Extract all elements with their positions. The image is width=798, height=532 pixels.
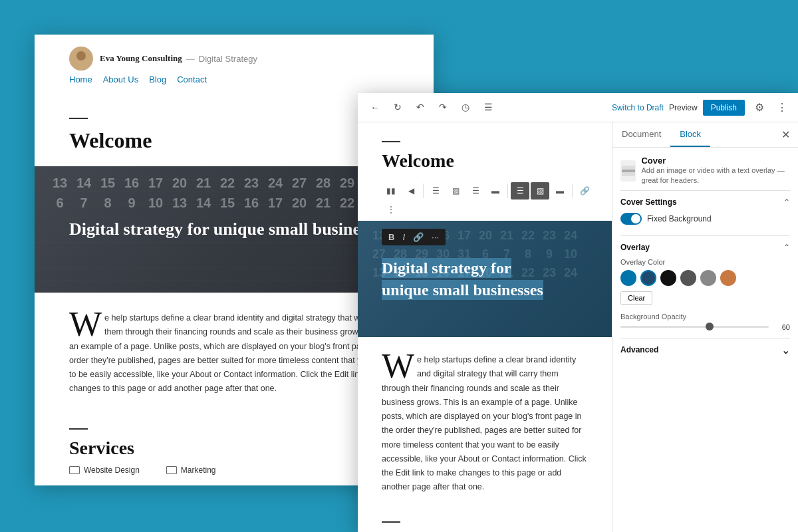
opacity-value: 60 (774, 323, 790, 331)
toolbar-outdent[interactable]: ▬ (551, 182, 569, 200)
nav-contact[interactable]: Contact (177, 74, 207, 84)
more-options-icon[interactable]: ⋮ (774, 98, 790, 117)
nav-home[interactable]: Home (69, 74, 92, 84)
overlay-title: Overlay (620, 243, 650, 252)
opacity-knob[interactable] (706, 323, 714, 331)
cover-block-title: Cover (641, 156, 790, 166)
services-title: Services (69, 438, 399, 459)
toolbar-center-active[interactable]: ▨ (531, 182, 549, 200)
advanced-label: Advanced (620, 345, 658, 354)
publish-button[interactable]: Publish (703, 100, 745, 116)
editor-hero-text[interactable]: Digital strategy for unique small busine… (358, 244, 567, 314)
swatch-light-gray[interactable] (700, 270, 716, 286)
cover-settings-section: Cover Settings ⌃ Fixed Background (620, 190, 790, 235)
editor-body: Welcome ▮▮ ◀ ☰ ▨ ☰ ▬ ☰ ▨ ▬ 🔗 ⋮ (358, 122, 798, 532)
content-block-toolbar: ▮▮ ◀ ☰ ▨ ☰ ▬ ☰ ▨ ▬ 🔗 ⋮ (382, 182, 612, 218)
fixed-background-toggle-row: Fixed Background (620, 213, 790, 225)
fixed-background-toggle[interactable] (620, 213, 642, 225)
site-header: Eva Young Consulting — Digital Strategy … (35, 35, 434, 96)
editor-hero-heading: Digital strategy for unique small busine… (382, 257, 543, 301)
swatch-black[interactable] (660, 270, 676, 286)
service-item-marketing: Marketing (166, 466, 216, 475)
panel-tabs: Document Block ✕ (612, 122, 798, 148)
welcome-divider (69, 118, 88, 119)
opacity-row: Background Opacity 60 (620, 313, 790, 331)
right-editor-card: ← ↻ ↶ ↷ ◷ ☰ Switch to Draft Preview Publ… (358, 93, 798, 532)
overlay-chevron: ⌃ (783, 243, 790, 253)
cover-settings-title: Cover Settings (620, 198, 677, 207)
link-button[interactable]: 🔗 (410, 231, 427, 243)
opacity-label-text: Background Opacity (620, 313, 686, 321)
cover-block-header: Cover Add an image or video with a text … (620, 156, 790, 186)
menu-icon[interactable]: ☰ (479, 98, 497, 117)
svg-point-0 (76, 51, 86, 61)
redo-icon[interactable]: ↷ (434, 98, 452, 117)
service-icon (166, 466, 177, 474)
avatar (69, 47, 93, 70)
editor-welcome-block: Welcome (358, 122, 612, 182)
site-nav: Home About Us Blog Contact (69, 74, 399, 84)
overlay-section: Overlay ⌃ Overlay Color Clear (620, 235, 790, 338)
advanced-section[interactable]: Advanced ⌄ (620, 338, 790, 362)
swatch-teal[interactable] (620, 270, 636, 286)
services-divider (69, 428, 88, 430)
toolbar-link[interactable]: 🔗 (575, 182, 594, 200)
hero-heading: Digital strategy for unique small busine… (69, 218, 388, 241)
panel-body: Cover Add an image or video with a text … (612, 148, 798, 532)
editor-content-paragraph: W e help startups define a clear brand i… (382, 353, 588, 495)
bold-button[interactable]: B (385, 231, 398, 243)
clear-color-button[interactable]: Clear (620, 291, 652, 305)
svg-rect-3 (622, 170, 635, 172)
service-icon (69, 466, 80, 474)
right-panel: Document Block ✕ Cover Add an image or v… (612, 122, 798, 532)
cover-settings-header[interactable]: Cover Settings ⌃ (620, 198, 790, 207)
site-name: Eva Young Consulting (100, 53, 182, 64)
service-item-website: Website Design (69, 466, 140, 475)
welcome-title: Welcome (69, 128, 399, 153)
services-items: Website Design Marketing (69, 466, 399, 475)
site-subtitle: Digital Strategy (199, 54, 257, 64)
editor-main[interactable]: Welcome ▮▮ ◀ ☰ ▨ ☰ ▬ ☰ ▨ ▬ 🔗 ⋮ (358, 122, 612, 532)
switch-to-draft-button[interactable]: Switch to Draft (612, 103, 664, 112)
opacity-slider[interactable] (620, 326, 769, 328)
loop-icon[interactable]: ↻ (388, 98, 407, 117)
overlay-header[interactable]: Overlay ⌃ (620, 243, 790, 253)
svg-point-1 (74, 62, 88, 70)
toolbar-align-left[interactable]: ☰ (426, 182, 445, 200)
fixed-background-label: Fixed Background (647, 214, 712, 223)
toolbar-type-icon[interactable]: ◀ (402, 182, 420, 200)
tab-block[interactable]: Block (670, 122, 710, 147)
swatch-gray[interactable] (680, 270, 696, 286)
nav-blog[interactable]: Blog (149, 74, 166, 84)
nav-about[interactable]: About Us (103, 74, 138, 84)
cover-settings-chevron: ⌃ (783, 198, 790, 207)
opacity-slider-wrap: 60 (620, 323, 790, 331)
toolbar-align-center[interactable]: ▨ (446, 182, 465, 200)
toolbar-align-icon[interactable]: ▮▮ (382, 182, 400, 200)
advanced-chevron: ⌄ (781, 344, 790, 356)
toolbar-more[interactable]: ⋮ (382, 201, 400, 218)
opacity-fill (620, 326, 710, 328)
settings-icon[interactable]: ⚙ (750, 98, 769, 117)
back-icon[interactable]: ← (366, 98, 384, 117)
drop-cap: W (69, 311, 102, 338)
clock-icon[interactable]: ◷ (456, 98, 475, 117)
preview-button[interactable]: Preview (669, 103, 698, 112)
toolbar-indent[interactable]: ▬ (486, 182, 505, 200)
toolbar-align-right[interactable]: ☰ (466, 182, 485, 200)
editor-drop-cap: W (382, 353, 414, 380)
italic-button[interactable]: I (399, 231, 408, 243)
toolbar-left-active[interactable]: ☰ (511, 182, 529, 200)
editor-hero-block[interactable]: 1314151617 2021222324 2728293031 678910 … (358, 221, 612, 337)
editor-welcome-title: Welcome (382, 150, 588, 172)
tab-document[interactable]: Document (612, 122, 670, 147)
inline-text-toolbar: B I 🔗 ··· (382, 229, 446, 245)
panel-close-button[interactable]: ✕ (773, 123, 798, 146)
content-paragraph: W e help startups define a clear brand i… (69, 311, 399, 396)
undo-icon[interactable]: ↶ (411, 98, 430, 117)
hero-text-highlight: Digital strategy for unique small busine… (382, 258, 543, 299)
swatch-orange[interactable] (720, 270, 736, 286)
swatch-dark-blue[interactable] (640, 270, 656, 286)
more-button[interactable]: ··· (428, 231, 442, 243)
editor-services-divider (382, 521, 400, 523)
